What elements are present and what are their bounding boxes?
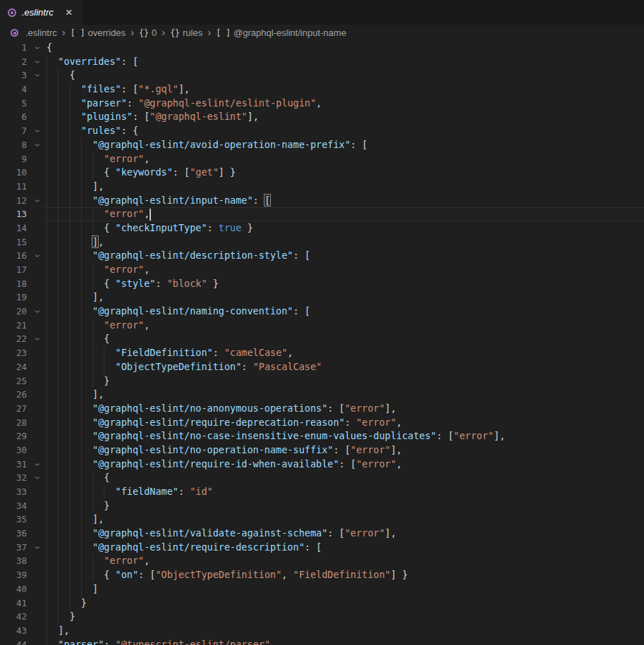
line-number[interactable]: 37 xyxy=(0,541,27,555)
line-number[interactable]: 33 xyxy=(0,485,27,499)
code-line[interactable]: { "checkInputType": true } xyxy=(47,221,253,235)
line-number[interactable]: 35 xyxy=(0,512,27,527)
code-editor[interactable]: 1›{2› "overrides": [3› {4 "files": ["*.g… xyxy=(0,41,644,645)
fold-chevron-down-icon[interactable]: › xyxy=(30,68,45,82)
code-line[interactable]: "overrides": [ xyxy=(47,55,138,69)
line-number[interactable]: 41 xyxy=(0,596,27,610)
line-number[interactable]: 9 xyxy=(0,152,27,166)
code-line[interactable]: "@graphql-eslint/no-anonymous-operations… xyxy=(47,402,396,416)
line-number[interactable]: 12 xyxy=(0,194,27,208)
code-line[interactable]: "@graphql-eslint/no-operation-name-suffi… xyxy=(47,443,402,457)
code-line[interactable]: "ObjectTypeDefinition": "PascalCase" xyxy=(47,360,322,374)
line-number[interactable]: 6 xyxy=(0,110,27,124)
code-line[interactable]: "files": ["*.gql"], xyxy=(47,82,190,97)
fold-chevron-down-icon[interactable]: › xyxy=(30,138,45,152)
line-number[interactable]: 16 xyxy=(0,249,27,263)
code-line[interactable]: ], xyxy=(47,388,104,402)
code-line[interactable]: ], xyxy=(47,290,104,305)
line-number[interactable]: 44 xyxy=(0,638,27,645)
code-line[interactable]: ] xyxy=(47,582,98,596)
line-number[interactable]: 14 xyxy=(0,221,27,235)
code-line[interactable]: "@graphql-eslint/avoid-operation-name-pr… xyxy=(47,138,367,152)
fold-chevron-down-icon[interactable]: › xyxy=(30,41,45,55)
fold-chevron-down-icon[interactable]: › xyxy=(30,124,45,138)
code-line[interactable]: { "on": ["ObjectTypeDefinition", "FieldD… xyxy=(47,568,408,582)
close-icon[interactable]: × xyxy=(66,6,73,18)
breadcrumb-item--eslintrc[interactable]: .eslintrc xyxy=(10,27,57,38)
fold-chevron-down-icon[interactable]: › xyxy=(30,305,45,319)
tab-eslintrc[interactable]: .eslintrc × xyxy=(0,0,83,25)
line-number[interactable]: 18 xyxy=(0,277,27,291)
code-line[interactable]: "@graphql-eslint/input-name": [ xyxy=(47,194,270,208)
line-number[interactable]: 31 xyxy=(0,457,27,472)
breadcrumb-item-0[interactable]: {}0 xyxy=(139,27,157,38)
fold-chevron-down-icon[interactable]: › xyxy=(30,471,45,485)
code-line[interactable]: "error", xyxy=(47,554,150,568)
fold-chevron-down-icon[interactable]: › xyxy=(30,55,45,69)
code-line[interactable]: "error", xyxy=(47,152,150,166)
code-line[interactable]: ], xyxy=(47,512,104,527)
line-number[interactable]: 15 xyxy=(0,235,27,250)
line-number[interactable]: 25 xyxy=(0,374,27,388)
line-number[interactable]: 34 xyxy=(0,499,27,513)
fold-chevron-down-icon[interactable]: › xyxy=(30,249,45,263)
line-number[interactable]: 42 xyxy=(0,610,27,624)
line-number[interactable]: 19 xyxy=(0,290,27,305)
line-number[interactable]: 11 xyxy=(0,180,27,194)
code-line[interactable]: "@graphql-eslint/description-style": [ xyxy=(47,249,310,263)
line-number[interactable]: 38 xyxy=(0,554,27,568)
code-line[interactable]: "rules": { xyxy=(47,124,138,138)
code-line[interactable]: "@graphql-eslint/require-description": [ xyxy=(47,541,322,555)
breadcrumb-item-rules[interactable]: {}rules xyxy=(170,27,202,38)
code-line[interactable]: "error", xyxy=(47,263,150,277)
code-line[interactable]: "@graphql-eslint/validate-against-schema… xyxy=(47,527,396,541)
line-number[interactable]: 22 xyxy=(0,332,27,346)
line-number[interactable]: 28 xyxy=(0,416,27,430)
code-line[interactable]: } xyxy=(47,596,87,610)
line-number[interactable]: 13 xyxy=(0,207,27,221)
code-line[interactable]: "@graphql-eslint/require-deprecation-rea… xyxy=(47,416,402,430)
fold-chevron-down-icon[interactable]: › xyxy=(30,194,45,208)
line-number[interactable]: 30 xyxy=(0,443,27,457)
line-number[interactable]: 43 xyxy=(0,624,27,638)
code-line[interactable]: { xyxy=(47,471,109,485)
line-number[interactable]: 24 xyxy=(0,360,27,374)
code-line[interactable]: ], xyxy=(47,235,104,250)
line-number[interactable]: 1 xyxy=(0,41,27,55)
line-number[interactable]: 8 xyxy=(0,138,27,152)
line-number[interactable]: 40 xyxy=(0,582,27,596)
code-line[interactable]: { xyxy=(47,41,52,55)
code-line[interactable]: "plugins": ["@graphql-eslint"], xyxy=(47,110,259,124)
code-line[interactable]: { "style": "block" } xyxy=(47,277,219,291)
code-line[interactable]: "parser": "@typescript-eslint/parser", xyxy=(47,638,276,645)
line-number[interactable]: 39 xyxy=(0,568,27,582)
line-number[interactable]: 29 xyxy=(0,429,27,443)
line-number[interactable]: 5 xyxy=(0,97,27,111)
code-line[interactable]: ], xyxy=(47,624,70,638)
code-line[interactable]: "fieldName": "id" xyxy=(47,485,213,499)
line-number[interactable]: 27 xyxy=(0,402,27,416)
code-line[interactable]: "@graphql-eslint/naming-convention": [ xyxy=(47,305,310,319)
line-number[interactable]: 17 xyxy=(0,263,27,277)
line-number[interactable]: 7 xyxy=(0,124,27,138)
line-number[interactable]: 23 xyxy=(0,346,27,360)
line-number[interactable]: 2 xyxy=(0,55,27,69)
line-number[interactable]: 20 xyxy=(0,305,27,319)
code-line[interactable]: { xyxy=(47,68,75,82)
code-line[interactable]: } xyxy=(47,499,109,513)
code-line[interactable]: "@graphql-eslint/require-id-when-availab… xyxy=(47,457,402,472)
code-line[interactable]: "error", xyxy=(47,319,150,333)
line-number[interactable]: 32 xyxy=(0,471,27,485)
line-number[interactable]: 3 xyxy=(0,68,27,82)
code-line[interactable]: "parser": "@graphql-eslint/eslint-plugin… xyxy=(47,97,322,111)
line-number[interactable]: 10 xyxy=(0,166,27,180)
line-number[interactable]: 26 xyxy=(0,388,27,402)
breadcrumb-item--graphql-eslint-input-name[interactable]: [ ]@graphql-eslint/input-name xyxy=(216,27,346,38)
code-line[interactable]: "error", xyxy=(47,207,150,221)
line-number[interactable]: 36 xyxy=(0,527,27,541)
code-line[interactable]: ], xyxy=(47,180,104,194)
code-line[interactable]: { "keywords": ["get"] } xyxy=(47,166,236,180)
line-number[interactable]: 21 xyxy=(0,319,27,333)
code-line[interactable]: "@graphql-eslint/no-case-insensitive-enu… xyxy=(47,429,505,443)
code-line[interactable]: { xyxy=(47,332,109,346)
